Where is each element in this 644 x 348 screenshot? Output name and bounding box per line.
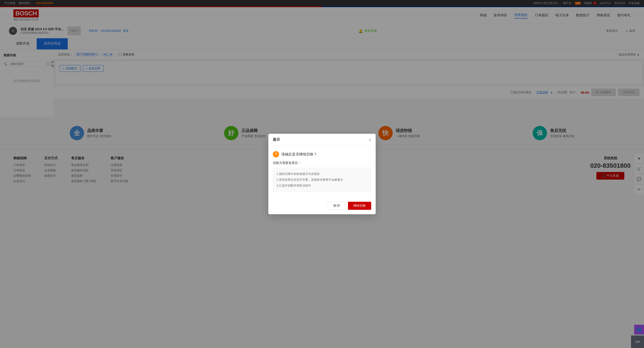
modal-list-item-2: 2.若供应商仅支持不开票，其报价结果将不会被显示 bbox=[276, 177, 368, 183]
modal-overlay: 提示 × ? 请确定是否继续切换？ 切换为需要发票后： 1.报价结果中的价格显示… bbox=[0, 0, 644, 191]
modal-subtitle: 切换为需要发票后： bbox=[273, 161, 371, 165]
modal-question: ? 请确定是否继续切换？ bbox=[273, 151, 371, 158]
question-icon: ? bbox=[273, 151, 279, 158]
modal-dialog: 提示 × ? 请确定是否继续切换？ 切换为需要发票后： 1.报价结果中的价格显示… bbox=[268, 134, 376, 191]
modal-list-item-3: 3.已选中的配件将取消选中 bbox=[276, 183, 368, 188]
modal-close-btn[interactable]: × bbox=[368, 138, 371, 142]
modal-body: ? 请确定是否继续切换？ 切换为需要发票后： 1.报价结果中的价格显示为含税价 … bbox=[268, 146, 376, 191]
modal-list-box: 1.报价结果中的价格显示为含税价 2.若供应商仅支持不开票，其报价结果将不会被显… bbox=[273, 168, 371, 191]
modal-header: 提示 × bbox=[268, 134, 376, 146]
modal-list-item-1: 1.报价结果中的价格显示为含税价 bbox=[276, 171, 368, 177]
modal-question-text: 请确定是否继续切换？ bbox=[281, 152, 317, 157]
modal-title: 提示 bbox=[273, 137, 280, 142]
